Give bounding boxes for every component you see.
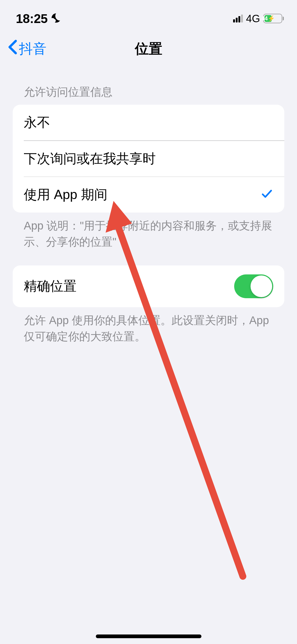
do-not-disturb-icon: [51, 12, 62, 25]
option-label: 使用 App 期间: [24, 186, 107, 204]
content: 允许访问位置信息 永不 下次询问或在我共享时 使用 App 期间 App 说明：…: [0, 85, 297, 345]
option-ask-next-time[interactable]: 下次询问或在我共享时: [13, 141, 284, 177]
location-section-footer: App 说明："用于推荐附近的内容和服务，或支持展示、分享你的位置": [13, 213, 284, 250]
precise-location-row[interactable]: 精确位置: [13, 265, 284, 307]
page-title: 位置: [135, 40, 162, 58]
signal-icon: [233, 15, 243, 22]
precise-location-group: 精确位置: [13, 265, 284, 307]
battery-icon: 44⚡: [263, 14, 284, 23]
chevron-left-icon: [8, 39, 17, 58]
status-bar: 18:25 4G 44⚡: [0, 5, 297, 32]
back-button[interactable]: 抖音: [8, 39, 46, 58]
checkmark-icon: [261, 186, 273, 204]
status-right: 4G 44⚡: [233, 13, 284, 25]
network-type: 4G: [246, 13, 260, 25]
option-while-using-app[interactable]: 使用 App 期间: [13, 177, 284, 213]
precise-location-label: 精确位置: [24, 277, 77, 295]
back-label: 抖音: [19, 40, 46, 58]
status-time: 18:25: [16, 11, 48, 26]
option-label: 下次询问或在我共享时: [24, 150, 156, 168]
option-label: 永不: [24, 114, 50, 131]
toggle-knob: [251, 275, 272, 297]
status-left: 18:25: [16, 11, 62, 26]
location-section-header: 允许访问位置信息: [13, 85, 284, 105]
option-never[interactable]: 永不: [13, 105, 284, 140]
location-options-group: 永不 下次询问或在我共享时 使用 App 期间: [13, 105, 284, 213]
precise-location-toggle[interactable]: [234, 274, 273, 298]
precise-section-footer: 允许 App 使用你的具体位置。此设置关闭时，App 仅可确定你的大致位置。: [13, 307, 284, 345]
home-indicator[interactable]: [96, 634, 201, 638]
nav-bar: 抖音 位置: [0, 32, 297, 66]
